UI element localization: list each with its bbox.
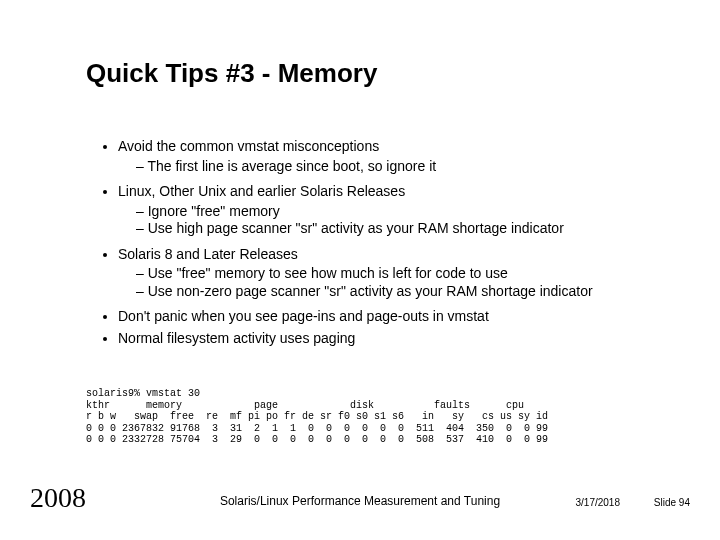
footer-slide-number: Slide 94 [654,497,690,508]
sub-bullet: Use "free" memory to see how much is lef… [136,265,660,283]
slide: Quick Tips #3 - Memory Avoid the common … [0,0,720,540]
bullet-item: Normal filesystem activity uses paging [118,330,660,348]
sub-bullet: Use non-zero page scanner "sr" activity … [136,283,660,301]
bullet-item: Avoid the common vmstat misconceptions T… [118,138,660,175]
sub-bullet: The first line is average since boot, so… [136,158,660,176]
bullet-text: Avoid the common vmstat misconceptions [118,138,379,154]
bullet-item: Don't panic when you see page-ins and pa… [118,308,660,326]
sub-bullet: Use high page scanner "sr" activity as y… [136,220,660,238]
bullet-text: Linux, Other Unix and earlier Solaris Re… [118,183,405,199]
bullet-item: Linux, Other Unix and earlier Solaris Re… [118,183,660,238]
bullet-text: Solaris 8 and Later Releases [118,246,298,262]
footer: 2008 Solaris/Linux Performance Measureme… [0,484,720,514]
bullet-item: Solaris 8 and Later Releases Use "free" … [118,246,660,301]
footer-date: 3/17/2018 [576,497,621,508]
slide-title: Quick Tips #3 - Memory [86,58,377,89]
vmstat-output: solaris9% vmstat 30 kthr memory page dis… [86,388,548,446]
sub-bullet: Ignore "free" memory [136,203,660,221]
slide-body: Avoid the common vmstat misconceptions T… [100,138,660,351]
